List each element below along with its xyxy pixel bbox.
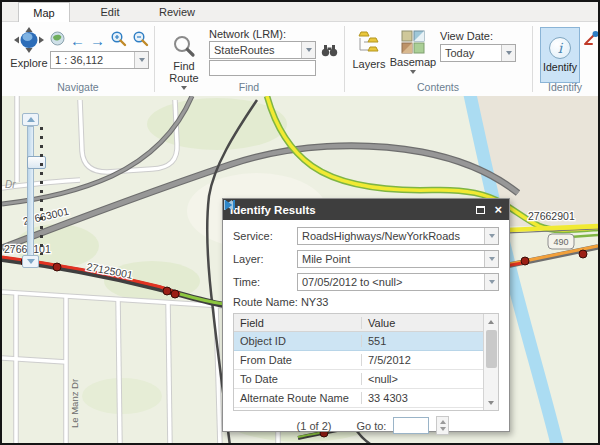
explore-button[interactable]: Explore	[8, 27, 50, 69]
view-date-value: Today	[441, 47, 501, 59]
navigate-group-label: Navigate	[2, 81, 154, 95]
full-extent-globe-icon[interactable]	[50, 31, 65, 50]
binoculars-icon[interactable]	[321, 42, 338, 62]
map-view[interactable]: 490 27663001 27663101 27125001 27662901 …	[2, 96, 598, 443]
cell-field: To Date	[234, 373, 362, 385]
scroll-down-icon[interactable]	[484, 396, 498, 409]
close-icon[interactable]: ×	[494, 205, 502, 215]
scrollbar-thumb[interactable]	[486, 330, 497, 368]
search-icon	[172, 34, 196, 60]
zoom-slider-up-button[interactable]	[22, 113, 39, 126]
identify-button[interactable]: i Identify	[540, 27, 580, 83]
table-row[interactable]: Alternate Route Name 33 4303	[234, 389, 483, 408]
chevron-down-icon[interactable]	[484, 274, 498, 290]
layer-combo[interactable]: Mile Point	[297, 250, 499, 268]
network-lrm-combo[interactable]: StateRoutes	[209, 41, 316, 59]
map-zoom-slider[interactable]	[22, 113, 44, 269]
ribbon: Map Edit Review	[2, 2, 598, 96]
service-label: Service:	[233, 230, 297, 242]
back-extent-icon[interactable]: ←	[70, 34, 85, 48]
layers-label: Layers	[352, 58, 385, 70]
find-route-label-1: Find	[173, 60, 194, 72]
goto-spinner[interactable]	[436, 416, 449, 435]
chevron-up-icon	[27, 117, 35, 122]
map-scale-combo[interactable]: 1 : 36,112	[50, 51, 149, 69]
identify-label: Identify	[543, 61, 577, 73]
route-label-27662901: 27662901	[528, 210, 575, 222]
forward-extent-icon[interactable]: →	[90, 34, 105, 48]
table-scrollbar[interactable]	[483, 314, 498, 410]
find-group-label: Find	[154, 81, 344, 95]
route-name-value: NY33	[301, 296, 329, 308]
page-indicator: (1 of 2)	[297, 420, 332, 432]
cell-value: <null>	[362, 373, 483, 385]
view-date-label: View Date:	[440, 30, 493, 42]
attributes-table: Field Value Object ID 551 From Date 7/5/…	[233, 313, 499, 411]
zoom-slider-ticks	[40, 127, 43, 255]
identify-route-locations-icon[interactable]	[584, 31, 599, 49]
spinner-down-icon[interactable]	[440, 427, 446, 431]
chevron-down-icon[interactable]	[484, 228, 498, 244]
maximize-icon[interactable]	[476, 206, 485, 214]
dialog-title-bar[interactable]: Identify Results ×	[223, 199, 509, 220]
spinner-up-icon[interactable]	[440, 420, 446, 424]
layer-label: Layer:	[233, 253, 297, 265]
scroll-up-icon[interactable]	[484, 315, 498, 328]
basemap-label: Basemap	[390, 56, 436, 68]
goto-page-input[interactable]	[393, 417, 429, 434]
street-label-le-manz-dr: Le Manz Dr	[69, 379, 80, 428]
route-name-line: Route Name: NY33	[233, 296, 499, 308]
identify-group-label: Identify	[532, 81, 598, 95]
basemap-button[interactable]: Basemap	[390, 30, 436, 74]
zoom-in-icon[interactable]	[110, 30, 127, 51]
zoom-slider-track[interactable]	[27, 126, 34, 256]
zoom-slider-down-button[interactable]	[22, 255, 39, 268]
table-row[interactable]: From Date 7/5/2012	[234, 351, 483, 370]
table-header-row: Field Value	[234, 314, 483, 332]
zoom-out-icon[interactable]	[132, 30, 149, 51]
chevron-down-icon[interactable]	[501, 45, 515, 61]
pagination-bar: (1 of 2) Go to:	[233, 411, 499, 440]
chevron-down-icon[interactable]	[484, 251, 498, 267]
time-value: 07/05/2012 to <null>	[298, 276, 484, 288]
dialog-title: Identify Results	[230, 204, 476, 216]
layers-button[interactable]: Layers	[350, 30, 388, 70]
value-column-header: Value	[362, 317, 483, 329]
explore-compass-icon	[13, 27, 45, 57]
tab-map[interactable]: Map	[18, 2, 70, 22]
ribbon-tab-bar: Map Edit Review	[2, 2, 598, 22]
layer-value: Mile Point	[298, 253, 484, 265]
goto-label: Go to:	[356, 420, 386, 432]
service-combo[interactable]: RoadsHighways/NewYorkRoads	[297, 227, 499, 245]
route-input[interactable]	[209, 60, 316, 76]
tab-review[interactable]: Review	[152, 2, 202, 22]
route-shield: 490	[548, 234, 574, 249]
cell-value: 551	[362, 335, 483, 347]
time-label: Time:	[233, 276, 297, 288]
cell-field: Object ID	[234, 335, 362, 347]
contents-group-label: Contents	[344, 81, 532, 95]
cell-value: 33 4303	[362, 392, 483, 404]
ribbon-toolbar: Explore ← →	[2, 23, 598, 96]
street-label-dr: Dr	[5, 179, 16, 190]
chevron-down-icon[interactable]	[301, 42, 315, 58]
chevron-down-icon	[410, 70, 416, 74]
chevron-down-icon	[27, 259, 35, 264]
time-combo[interactable]: 07/05/2012 to <null>	[297, 273, 499, 291]
chevron-down-icon[interactable]	[134, 52, 148, 68]
explore-label: Explore	[10, 57, 47, 69]
table-row[interactable]: To Date <null>	[234, 370, 483, 389]
table-row[interactable]: Object ID 551	[234, 332, 483, 351]
view-date-combo[interactable]: Today	[440, 44, 516, 62]
map-scale-value: 1 : 36,112	[51, 54, 134, 66]
tab-edit[interactable]: Edit	[88, 2, 132, 22]
cell-value: 7/5/2012	[362, 354, 483, 366]
layers-icon	[355, 30, 383, 58]
service-value: RoadsHighways/NewYorkRoads	[298, 230, 484, 242]
info-icon: i	[549, 37, 571, 59]
application-window: Map Edit Review	[0, 0, 600, 445]
network-lrm-label: Network (LRM):	[209, 28, 286, 40]
identify-results-dialog: Identify Results × Service: RoadsHighway…	[222, 198, 510, 432]
zoom-slider-handle[interactable]	[27, 156, 46, 169]
cell-field: From Date	[234, 354, 362, 366]
